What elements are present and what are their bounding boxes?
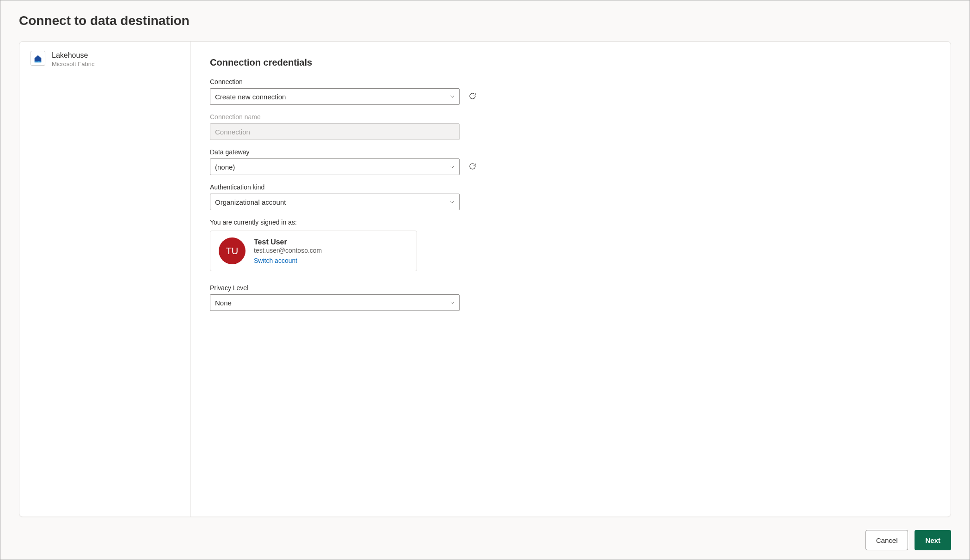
signed-in-label: You are currently signed in as: — [210, 219, 931, 226]
section-title: Connection credentials — [210, 57, 931, 68]
field-auth-kind: Authentication kind Organizational accou… — [210, 183, 931, 210]
destination-name: Lakehouse — [52, 51, 94, 60]
destination-item-lakehouse[interactable]: Lakehouse Microsoft Fabric — [31, 51, 179, 67]
user-display-name: Test User — [254, 238, 322, 246]
refresh-icon — [468, 92, 477, 102]
user-details: Test User test.user@contoso.com Switch a… — [254, 238, 322, 264]
data-gateway-select-value: (none) — [215, 163, 235, 171]
data-gateway-select[interactable]: (none) — [210, 158, 460, 175]
auth-kind-label: Authentication kind — [210, 183, 931, 191]
chevron-down-icon — [449, 199, 455, 205]
signed-in-user-card: TU Test User test.user@contoso.com Switc… — [210, 231, 417, 271]
connection-label: Connection — [210, 78, 931, 85]
field-privacy-level: Privacy Level None — [210, 284, 931, 311]
switch-account-link[interactable]: Switch account — [254, 257, 297, 264]
privacy-level-select[interactable]: None — [210, 294, 460, 311]
next-button[interactable]: Next — [915, 530, 951, 550]
chevron-down-icon — [449, 299, 455, 306]
user-email: test.user@contoso.com — [254, 247, 322, 254]
sidebar: Lakehouse Microsoft Fabric — [19, 42, 190, 517]
destination-subtitle: Microsoft Fabric — [52, 61, 94, 67]
auth-kind-select-value: Organizational account — [215, 198, 286, 206]
refresh-icon — [468, 162, 477, 172]
data-gateway-label: Data gateway — [210, 148, 931, 156]
privacy-level-label: Privacy Level — [210, 284, 931, 292]
data-gateway-refresh-button[interactable] — [466, 160, 479, 173]
avatar: TU — [219, 237, 246, 264]
dialog-title: Connect to data destination — [19, 13, 951, 28]
field-connection: Connection Create new connection — [210, 78, 931, 105]
connect-data-destination-dialog: Connect to data destination Lakehouse Mi… — [0, 0, 970, 560]
auth-kind-select[interactable]: Organizational account — [210, 194, 460, 210]
field-connection-name: Connection name — [210, 113, 931, 140]
dialog-footer: Cancel Next — [19, 517, 951, 550]
chevron-down-icon — [449, 164, 455, 170]
connection-select[interactable]: Create new connection — [210, 88, 460, 105]
connection-refresh-button[interactable] — [466, 90, 479, 103]
destination-texts: Lakehouse Microsoft Fabric — [52, 51, 94, 67]
chevron-down-icon — [449, 93, 455, 100]
connection-name-input[interactable] — [210, 123, 460, 140]
connection-select-value: Create new connection — [215, 93, 286, 101]
cancel-button[interactable]: Cancel — [866, 530, 909, 550]
privacy-level-select-value: None — [215, 299, 232, 307]
lakehouse-icon — [31, 51, 45, 66]
content-card: Lakehouse Microsoft Fabric Connection cr… — [19, 41, 951, 517]
connection-name-label: Connection name — [210, 113, 931, 121]
field-data-gateway: Data gateway (none) — [210, 148, 931, 175]
main-pane: Connection credentials Connection Create… — [190, 42, 951, 517]
